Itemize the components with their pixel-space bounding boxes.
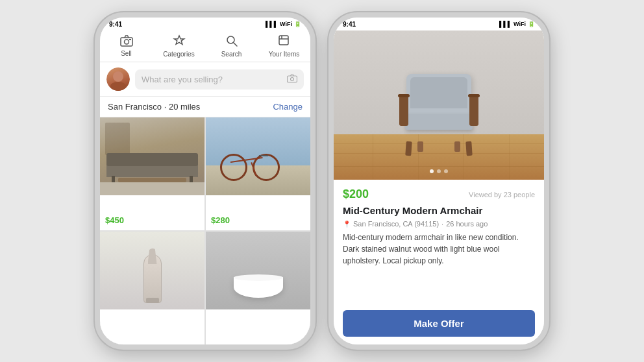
phones-container: 9:41 ▌▌▌ WiFi 🔋 bbox=[95, 12, 549, 350]
dot-1 bbox=[430, 169, 434, 173]
svg-rect-2 bbox=[129, 39, 131, 40]
detail-content: $200 Viewed by 23 people Mid-Century Mod… bbox=[334, 180, 544, 344]
item-card-bike[interactable]: $280 bbox=[206, 117, 310, 230]
camera-nav-icon bbox=[120, 35, 133, 49]
tag-nav-icon bbox=[278, 34, 291, 49]
wifi-icon: WiFi bbox=[280, 21, 292, 27]
status-icons-2: ▌▌▌ WiFi 🔋 bbox=[499, 21, 535, 27]
nav-sell[interactable]: Sell bbox=[100, 35, 153, 57]
dot-2 bbox=[437, 169, 441, 173]
search-placeholder: What are you selling? bbox=[142, 75, 223, 84]
change-location-button[interactable]: Change bbox=[273, 102, 303, 112]
nav-search[interactable]: Search bbox=[205, 34, 258, 58]
battery-icon: 🔋 bbox=[294, 21, 301, 27]
search-nav-icon bbox=[225, 34, 238, 49]
item-card-bowl[interactable] bbox=[206, 232, 310, 344]
nav-categories[interactable]: Categories bbox=[153, 34, 205, 58]
star-nav-icon bbox=[173, 34, 186, 49]
meta-separator: · bbox=[441, 220, 443, 228]
status-bar-2: 9:41 ▌▌▌ WiFi 🔋 bbox=[334, 18, 544, 30]
detail-location: San Francisco, CA (94115) bbox=[353, 220, 439, 228]
location-text: San Francisco · 20 miles bbox=[108, 102, 200, 112]
views-text: Viewed by 23 people bbox=[469, 191, 535, 199]
status-time-1: 9:41 bbox=[109, 21, 122, 28]
detail-time: 26 hours ago bbox=[446, 220, 488, 228]
detail-meta: 📍 San Francisco, CA (94115) · 26 hours a… bbox=[343, 220, 535, 228]
svg-rect-6 bbox=[288, 76, 297, 82]
bike-price: $280 bbox=[211, 215, 230, 225]
camera-search-icon[interactable] bbox=[287, 74, 297, 85]
image-pagination-dots bbox=[430, 169, 448, 173]
nav-search-label: Search bbox=[221, 51, 242, 58]
status-icons-1: ▌▌▌ WiFi 🔋 bbox=[266, 21, 301, 27]
sofa-price: $450 bbox=[105, 215, 124, 225]
bowl-image bbox=[206, 232, 310, 309]
item-card-lamp[interactable] bbox=[100, 232, 204, 344]
svg-line-4 bbox=[234, 43, 237, 46]
pin-icon: 📍 bbox=[343, 221, 351, 228]
user-avatar[interactable] bbox=[106, 67, 130, 91]
battery-icon-2: 🔋 bbox=[528, 21, 535, 27]
bike-image bbox=[206, 117, 310, 195]
svg-point-3 bbox=[227, 36, 234, 43]
item-card-sofa[interactable]: $450 bbox=[100, 117, 204, 230]
detail-description: Mid-century modern armchair in like new … bbox=[343, 232, 535, 267]
location-row: San Francisco · 20 miles Change bbox=[100, 97, 310, 117]
signal-icon-2: ▌▌▌ bbox=[499, 21, 512, 27]
svg-rect-0 bbox=[121, 38, 132, 46]
phone-browse: 9:41 ▌▌▌ WiFi 🔋 bbox=[95, 12, 316, 350]
phone-detail: 9:41 ▌▌▌ WiFi 🔋 bbox=[328, 12, 549, 350]
make-offer-button[interactable]: Make Offer bbox=[343, 310, 535, 337]
lamp-image bbox=[100, 232, 204, 309]
search-bar-row: What are you selling? bbox=[100, 62, 310, 97]
price-row: $200 Viewed by 23 people bbox=[343, 187, 535, 201]
detail-title: Mid-Century Modern Armchair bbox=[343, 205, 535, 216]
nav-categories-label: Categories bbox=[163, 51, 194, 58]
status-time-2: 9:41 bbox=[343, 21, 356, 28]
status-bar-1: 9:41 ▌▌▌ WiFi 🔋 bbox=[100, 18, 310, 30]
signal-icon: ▌▌▌ bbox=[266, 21, 278, 27]
dot-3 bbox=[444, 169, 448, 173]
detail-price: $200 bbox=[343, 187, 369, 201]
nav-bar-1: Sell Categories bbox=[100, 30, 310, 62]
items-grid: $450 $280 bbox=[100, 117, 310, 344]
sofa-image bbox=[100, 117, 204, 195]
svg-rect-5 bbox=[279, 36, 288, 45]
wifi-icon-2: WiFi bbox=[514, 21, 526, 27]
search-input-wrap[interactable]: What are you selling? bbox=[135, 69, 304, 90]
nav-your-items[interactable]: Your Items bbox=[258, 34, 310, 58]
detail-header-image bbox=[334, 30, 544, 180]
nav-sell-label: Sell bbox=[121, 50, 132, 57]
svg-point-1 bbox=[124, 40, 129, 44]
svg-point-7 bbox=[291, 77, 294, 80]
nav-your-items-label: Your Items bbox=[269, 51, 299, 58]
